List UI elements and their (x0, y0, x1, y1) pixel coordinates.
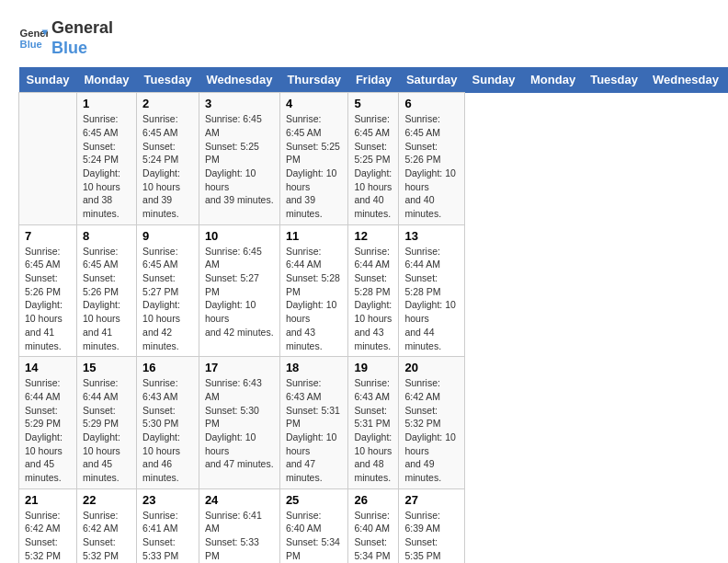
day-info: Sunrise: 6:44 AMSunset: 5:28 PMDaylight:… (404, 245, 459, 353)
day-info: Sunrise: 6:44 AMSunset: 5:29 PMDaylight:… (83, 376, 131, 485)
logo-icon: General Blue (18, 24, 48, 53)
day-info: Sunrise: 6:41 AMSunset: 5:33 PMDaylight:… (142, 509, 193, 563)
day-number: 7 (25, 229, 71, 243)
day-number: 5 (354, 97, 392, 110)
day-info: Sunrise: 6:43 AMSunset: 5:31 PMDaylight:… (286, 376, 343, 485)
day-number: 18 (286, 361, 343, 374)
day-number: 21 (25, 493, 71, 507)
day-info: Sunrise: 6:40 AMSunset: 5:34 PMDaylight:… (286, 509, 343, 563)
calendar-cell: 14Sunrise: 6:44 AMSunset: 5:29 PMDayligh… (19, 357, 77, 489)
day-header-sunday: Sunday (465, 67, 523, 93)
day-header-tuesday: Tuesday (137, 67, 199, 93)
day-header-sunday: Sunday (19, 67, 77, 93)
day-number: 15 (83, 361, 131, 374)
day-info: Sunrise: 6:45 AMSunset: 5:27 PMDaylight:… (142, 245, 193, 353)
day-number: 1 (83, 97, 131, 110)
calendar-cell: 5Sunrise: 6:45 AMSunset: 5:25 PMDaylight… (348, 93, 399, 225)
calendar-cell: 18Sunrise: 6:43 AMSunset: 5:31 PMDayligh… (279, 357, 348, 489)
logo-text-general: General (51, 18, 113, 39)
day-info: Sunrise: 6:45 AMSunset: 5:24 PMDaylight:… (83, 112, 131, 221)
day-info: Sunrise: 6:42 AMSunset: 5:32 PMDaylight:… (25, 509, 71, 563)
calendar-cell: 16Sunrise: 6:43 AMSunset: 5:30 PMDayligh… (137, 357, 199, 489)
calendar-cell: 4Sunrise: 6:45 AMSunset: 5:25 PMDaylight… (279, 93, 348, 225)
day-number: 14 (25, 361, 71, 374)
logo-text-blue: Blue (51, 39, 113, 59)
day-number: 10 (205, 229, 274, 243)
day-info: Sunrise: 6:42 AMSunset: 5:32 PMDaylight:… (404, 376, 459, 485)
logo: General Blue General Blue (18, 18, 113, 58)
calendar-cell: 10Sunrise: 6:45 AMSunset: 5:27 PMDayligh… (199, 224, 279, 357)
day-info: Sunrise: 6:43 AMSunset: 5:30 PMDaylight:… (142, 376, 193, 485)
calendar-cell: 13Sunrise: 6:44 AMSunset: 5:28 PMDayligh… (399, 224, 465, 357)
calendar-week-row: 1Sunrise: 6:45 AMSunset: 5:24 PMDaylight… (19, 93, 729, 225)
day-info: Sunrise: 6:45 AMSunset: 5:25 PMDaylight:… (286, 112, 343, 221)
day-header-friday: Friday (348, 67, 399, 93)
calendar-week-row: 14Sunrise: 6:44 AMSunset: 5:29 PMDayligh… (19, 357, 729, 489)
calendar-cell (19, 93, 77, 225)
day-number: 25 (286, 493, 343, 507)
day-header-wednesday: Wednesday (645, 67, 726, 93)
day-number: 8 (83, 229, 131, 243)
svg-text:Blue: Blue (20, 38, 42, 49)
day-number: 26 (354, 493, 392, 507)
day-info: Sunrise: 6:45 AMSunset: 5:26 PMDaylight:… (83, 245, 131, 353)
calendar-cell: 26Sunrise: 6:40 AMSunset: 5:34 PMDayligh… (348, 488, 399, 563)
day-info: Sunrise: 6:42 AMSunset: 5:32 PMDaylight:… (83, 509, 131, 563)
day-number: 12 (354, 229, 392, 243)
day-number: 27 (404, 493, 459, 507)
calendar-cell: 20Sunrise: 6:42 AMSunset: 5:32 PMDayligh… (399, 357, 465, 489)
calendar-week-row: 7Sunrise: 6:45 AMSunset: 5:26 PMDaylight… (19, 224, 729, 357)
calendar-header-row: SundayMondayTuesdayWednesdayThursdayFrid… (19, 67, 729, 93)
calendar-cell: 19Sunrise: 6:43 AMSunset: 5:31 PMDayligh… (348, 357, 399, 489)
day-header-monday: Monday (523, 67, 583, 93)
calendar-cell: 24Sunrise: 6:41 AMSunset: 5:33 PMDayligh… (199, 488, 279, 563)
day-info: Sunrise: 6:45 AMSunset: 5:26 PMDaylight:… (25, 245, 71, 353)
calendar-cell: 25Sunrise: 6:40 AMSunset: 5:34 PMDayligh… (279, 488, 348, 563)
day-info: Sunrise: 6:40 AMSunset: 5:34 PMDaylight:… (354, 509, 392, 563)
day-info: Sunrise: 6:45 AMSunset: 5:25 PMDaylight:… (205, 112, 274, 207)
day-number: 22 (83, 493, 131, 507)
day-info: Sunrise: 6:45 AMSunset: 5:27 PMDaylight:… (205, 245, 274, 339)
calendar-cell: 6Sunrise: 6:45 AMSunset: 5:26 PMDaylight… (399, 93, 465, 225)
day-number: 6 (404, 97, 459, 110)
day-info: Sunrise: 6:39 AMSunset: 5:35 PMDaylight:… (404, 509, 459, 563)
day-header-monday: Monday (76, 67, 136, 93)
calendar-cell: 2Sunrise: 6:45 AMSunset: 5:24 PMDaylight… (137, 93, 199, 225)
day-number: 24 (205, 493, 274, 507)
calendar-week-row: 21Sunrise: 6:42 AMSunset: 5:32 PMDayligh… (19, 488, 729, 563)
day-info: Sunrise: 6:43 AMSunset: 5:30 PMDaylight:… (205, 376, 274, 471)
calendar-cell: 21Sunrise: 6:42 AMSunset: 5:32 PMDayligh… (19, 488, 77, 563)
day-header-tuesday: Tuesday (583, 67, 645, 93)
calendar-cell: 17Sunrise: 6:43 AMSunset: 5:30 PMDayligh… (199, 357, 279, 489)
day-number: 16 (142, 361, 193, 374)
day-number: 17 (205, 361, 274, 374)
calendar-cell: 3Sunrise: 6:45 AMSunset: 5:25 PMDaylight… (199, 93, 279, 225)
calendar-table: SundayMondayTuesdayWednesdayThursdayFrid… (18, 67, 728, 563)
day-info: Sunrise: 6:44 AMSunset: 5:28 PMDaylight:… (286, 245, 343, 353)
day-info: Sunrise: 6:41 AMSunset: 5:33 PMDaylight:… (205, 509, 274, 563)
day-number: 9 (142, 229, 193, 243)
day-info: Sunrise: 6:45 AMSunset: 5:25 PMDaylight:… (354, 112, 392, 221)
calendar-cell: 11Sunrise: 6:44 AMSunset: 5:28 PMDayligh… (279, 224, 348, 357)
day-number: 23 (142, 493, 193, 507)
day-number: 4 (286, 97, 343, 110)
day-header-wednesday: Wednesday (199, 67, 279, 93)
svg-text:General: General (20, 28, 48, 39)
day-number: 2 (142, 97, 193, 110)
day-number: 20 (404, 361, 459, 374)
calendar-cell: 22Sunrise: 6:42 AMSunset: 5:32 PMDayligh… (76, 488, 136, 563)
calendar-cell: 1Sunrise: 6:45 AMSunset: 5:24 PMDaylight… (76, 93, 136, 225)
day-header-saturday: Saturday (399, 67, 465, 93)
day-info: Sunrise: 6:45 AMSunset: 5:24 PMDaylight:… (142, 112, 193, 221)
calendar-cell: 7Sunrise: 6:45 AMSunset: 5:26 PMDaylight… (19, 224, 77, 357)
day-info: Sunrise: 6:44 AMSunset: 5:28 PMDaylight:… (354, 245, 392, 353)
day-header-thursday: Thursday (279, 67, 348, 93)
day-info: Sunrise: 6:45 AMSunset: 5:26 PMDaylight:… (404, 112, 459, 221)
calendar-cell: 27Sunrise: 6:39 AMSunset: 5:35 PMDayligh… (399, 488, 465, 563)
calendar-cell: 23Sunrise: 6:41 AMSunset: 5:33 PMDayligh… (137, 488, 199, 563)
day-info: Sunrise: 6:44 AMSunset: 5:29 PMDaylight:… (25, 376, 71, 485)
day-number: 3 (205, 97, 274, 110)
page-header: General Blue General Blue (18, 18, 710, 58)
calendar-cell: 8Sunrise: 6:45 AMSunset: 5:26 PMDaylight… (76, 224, 136, 357)
day-number: 13 (404, 229, 459, 243)
